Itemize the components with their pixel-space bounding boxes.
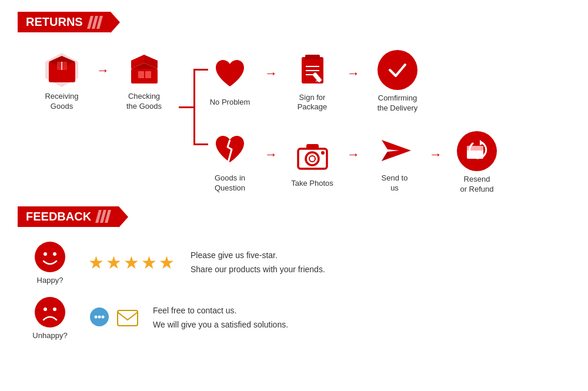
unhappy-smiley-icon (34, 296, 66, 329)
heart-icon (211, 56, 249, 94)
step-take-photos: Take Photos (280, 137, 345, 189)
svg-rect-10 (145, 71, 151, 78)
happy-smiley-icon (34, 241, 66, 273)
stars-rating: ★★★★★ (88, 252, 176, 273)
step-no-problem-label: No Problem (210, 98, 250, 108)
svg-rect-9 (138, 71, 144, 78)
open-box-icon (125, 50, 163, 88)
step-checking-goods: Checking the Goods (112, 50, 176, 112)
step-take-photos-label: Take Photos (291, 179, 333, 189)
arrow-1: → (94, 50, 112, 78)
svg-rect-12 (305, 55, 320, 59)
svg-point-30 (35, 297, 65, 327)
step-receiving-goods-label: Receiving Goods (45, 92, 78, 112)
svg-point-35 (98, 315, 101, 318)
contact-icons (88, 307, 139, 329)
step-goods-in-question-label: Goods in Question (215, 173, 245, 193)
feedback-title: FEEDBACK (26, 210, 91, 223)
step-send-to-us-label: Send to us (382, 173, 408, 193)
send-icon (376, 132, 414, 170)
unhappy-text-line1: Feel free to contact us. (153, 304, 288, 318)
header-pointer (111, 12, 120, 33)
feedback-header-pointer (119, 206, 128, 228)
bottom-branch: Goods in Question → (198, 131, 509, 195)
returns-stripes (89, 16, 101, 29)
feedback-section: FEEDBACK Happy? ★★★★★ Please give us fiv… (12, 206, 576, 340)
arrow-bottom-1: → (262, 147, 280, 179)
happy-text-line1: Please give us five-star. (191, 249, 325, 263)
arrow-top-1: → (262, 66, 280, 98)
happy-feedback-text: Please give us five-star. Share our prod… (191, 249, 325, 277)
package-icon (43, 50, 81, 88)
svg-rect-38 (118, 310, 138, 326)
svg-point-29 (53, 252, 56, 256)
feedback-stripes (97, 210, 109, 223)
svg-point-27 (35, 242, 65, 272)
svg-point-21 (321, 151, 325, 155)
svg-point-32 (53, 308, 56, 311)
sign-icon (293, 51, 332, 89)
happy-icon-col: Happy? (24, 241, 76, 285)
step-sign-package: Sign for Package (280, 51, 345, 113)
svg-rect-5 (131, 69, 158, 83)
broken-heart-icon (211, 132, 249, 170)
stars-display: ★★★★★ (88, 253, 176, 272)
arrow-top-2: → (345, 66, 362, 98)
step-no-problem: No Problem (198, 56, 262, 108)
step-send-to-us: Send to us (362, 132, 427, 193)
feedback-header: FEEDBACK (18, 206, 119, 227)
camera-icon (293, 137, 332, 175)
returns-header: RETURNS (18, 12, 111, 32)
step-checking-goods-label: Checking the Goods (126, 92, 162, 112)
arrow-bottom-2: → (345, 147, 362, 179)
svg-point-19 (306, 152, 319, 165)
unhappy-feedback-text: Feel free to contact us. We will give yo… (153, 304, 288, 332)
flow-diagram: Receiving Goods → Checking the Goods (12, 50, 576, 195)
returns-title: RETURNS (26, 15, 83, 29)
step-sign-package-label: Sign for Package (298, 93, 328, 113)
step-confirming-delivery-label: Comfirming the Delivery (377, 93, 418, 113)
step-receiving-goods: Receiving Goods (29, 50, 94, 112)
top-branch: No Problem → (198, 50, 509, 113)
svg-point-20 (309, 156, 315, 162)
unhappy-label: Unhappy? (32, 331, 67, 340)
right-branches: No Problem → (198, 50, 509, 195)
svg-point-34 (95, 315, 98, 318)
branch-connector (179, 69, 195, 145)
unhappy-icon-col: Unhappy? (24, 296, 76, 340)
happy-label: Happy? (37, 276, 64, 285)
happy-row: Happy? ★★★★★ Please give us five-star. S… (12, 241, 576, 285)
step-resend-refund-label: Resend or Refund (460, 175, 493, 195)
step-goods-in-question: Goods in Question (198, 132, 262, 193)
unhappy-text-line2: We will give you a satisfied solutions. (153, 318, 288, 332)
happy-text-line2: Share our products with your friends. (191, 263, 325, 277)
unhappy-row: Unhappy? Feel free to contact us. We wil… (12, 296, 576, 340)
returns-section: RETURNS Receiving Goods → (12, 12, 576, 195)
svg-point-28 (44, 252, 47, 256)
svg-point-36 (102, 315, 105, 318)
step-confirming-delivery: Comfirming the Delivery (362, 50, 433, 113)
refund-icon (465, 139, 489, 163)
chat-icon (88, 307, 111, 329)
checkmark-icon (386, 59, 409, 81)
step-resend-refund: Resend or Refund (445, 131, 509, 195)
svg-point-31 (44, 308, 47, 311)
arrow-bottom-3: → (427, 147, 445, 179)
email-icon (116, 309, 139, 327)
